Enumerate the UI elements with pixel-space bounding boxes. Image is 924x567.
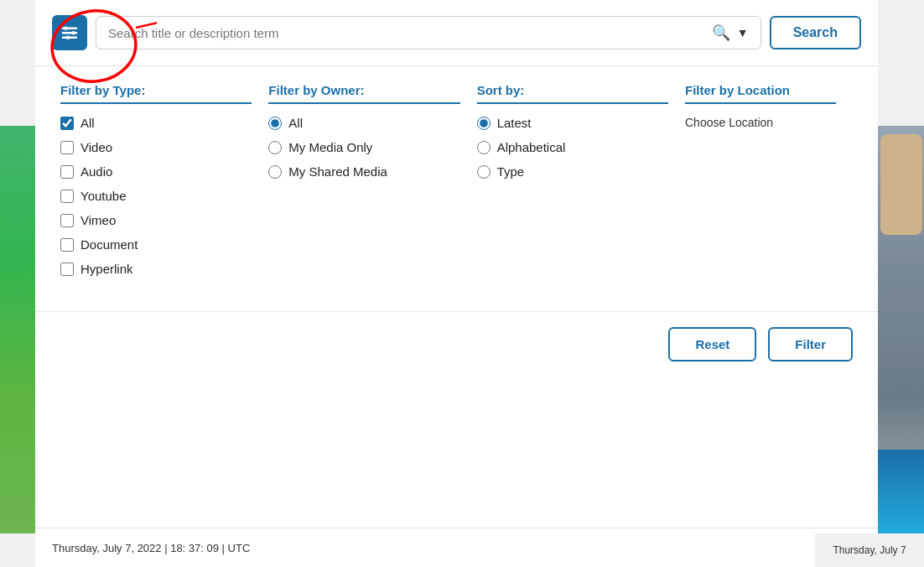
right-footer-label: Thursday, July 7: [815, 533, 924, 567]
filter-owner-my-media[interactable]: My Media Only: [268, 140, 459, 154]
filter-owner-shared-label: My Shared Media: [288, 164, 387, 179]
filter-toggle-button[interactable]: [52, 15, 87, 50]
chevron-down-icon[interactable]: ▼: [737, 26, 749, 39]
filter-type-all-checkbox[interactable]: [60, 117, 74, 130]
filter-type-video-checkbox[interactable]: [60, 141, 74, 154]
sort-type-radio[interactable]: [477, 165, 491, 179]
filter-owner-shared-radio[interactable]: [268, 165, 282, 179]
sort-by-title: Sort by:: [477, 83, 668, 104]
sort-type-label: Type: [497, 164, 525, 179]
action-buttons-area: Reset Filter: [35, 312, 878, 377]
filter-type-hyperlink[interactable]: Hyperlink: [60, 262, 252, 276]
search-icon: 🔍: [712, 23, 730, 42]
right-footer-text: Thursday, July 7: [833, 544, 906, 556]
svg-point-6: [64, 26, 68, 30]
svg-point-7: [71, 31, 75, 35]
filter-type-title: Filter by Type:: [60, 83, 252, 104]
filter-owner-title: Filter by Owner:: [268, 83, 459, 104]
filter-type-section: Filter by Type: All Video Audio Youtube: [60, 83, 268, 286]
filter-type-audio-label: Audio: [80, 164, 112, 179]
filter-type-hyperlink-label: Hyperlink: [80, 262, 133, 276]
filter-type-audio-checkbox[interactable]: [60, 165, 74, 179]
sort-latest-label: Latest: [497, 116, 532, 130]
filter-owner-my-media-radio[interactable]: [268, 141, 282, 154]
filter-type-video[interactable]: Video: [60, 140, 252, 154]
filter-type-document-checkbox[interactable]: [60, 238, 74, 252]
choose-location-link[interactable]: Choose Location: [685, 116, 836, 129]
filter-owner-my-media-label: My Media Only: [288, 140, 372, 154]
filter-type-video-label: Video: [80, 140, 112, 154]
search-bar-area: 🔍 ▼ Search: [35, 0, 878, 66]
right-bottom-thumbnail: [878, 450, 924, 533]
filter-type-vimeo[interactable]: Vimeo: [60, 213, 252, 227]
search-input-wrapper: 🔍 ▼: [96, 16, 761, 49]
footer: Thursday, July 7, 2022 | 18: 37: 09 | UT…: [35, 528, 878, 567]
svg-point-8: [66, 35, 70, 39]
sliders-icon: [60, 23, 79, 42]
filter-type-document-label: Document: [80, 237, 138, 252]
sort-alphabetical-label: Alphabetical: [497, 140, 566, 154]
footer-datetime: Thursday, July 7, 2022 | 18: 37: 09 | UT…: [52, 542, 250, 554]
filter-type-vimeo-checkbox[interactable]: [60, 214, 74, 227]
filter-type-audio[interactable]: Audio: [60, 164, 252, 179]
filter-type-youtube-checkbox[interactable]: [60, 190, 74, 203]
filter-type-youtube[interactable]: Youtube: [60, 189, 252, 203]
filter-apply-button[interactable]: Filter: [768, 327, 853, 362]
left-thumbnail: [0, 126, 35, 533]
sort-alphabetical-radio[interactable]: [477, 141, 491, 154]
filter-type-hyperlink-checkbox[interactable]: [60, 263, 74, 276]
filter-type-all[interactable]: All: [60, 116, 252, 130]
filter-location-title: Filter by Location: [685, 83, 836, 104]
sort-latest[interactable]: Latest: [477, 116, 668, 130]
filter-owner-all-radio[interactable]: [268, 117, 282, 130]
sort-latest-radio[interactable]: [477, 117, 491, 130]
filter-type-document[interactable]: Document: [60, 237, 252, 252]
search-input[interactable]: [108, 26, 705, 40]
search-button[interactable]: Search: [770, 16, 861, 49]
filter-panel: Filter by Type: All Video Audio Youtube: [35, 66, 878, 312]
face-thumbnail: [880, 134, 922, 235]
filter-owner-section: Filter by Owner: All My Media Only My Sh…: [268, 83, 476, 286]
filter-owner-all[interactable]: All: [268, 116, 459, 130]
filter-location-section: Filter by Location Choose Location: [685, 83, 853, 286]
filter-type-youtube-label: Youtube: [80, 189, 127, 203]
sort-type[interactable]: Type: [477, 164, 668, 179]
filter-type-vimeo-label: Vimeo: [80, 213, 116, 227]
filter-type-all-label: All: [80, 116, 95, 130]
filter-owner-all-label: All: [288, 116, 303, 130]
sort-by-section: Sort by: Latest Alphabetical Type: [477, 83, 685, 286]
filter-owner-shared[interactable]: My Shared Media: [268, 164, 459, 179]
sort-alphabetical[interactable]: Alphabetical: [477, 140, 668, 154]
reset-button[interactable]: Reset: [668, 327, 756, 362]
